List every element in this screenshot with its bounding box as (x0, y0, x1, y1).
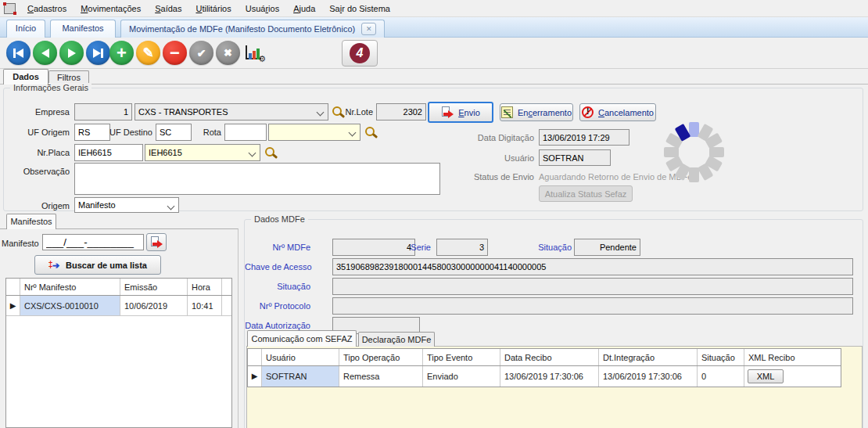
cell-hora[interactable]: 10:41 (188, 296, 222, 315)
last-record-button[interactable] (86, 41, 110, 65)
tab-close-icon[interactable]: ✕ (361, 23, 376, 35)
col-nr-manifesto[interactable]: Nrº Manifesto (20, 279, 120, 295)
chave-acesso-label: Chave de Acesso (245, 258, 310, 275)
nr-protocolo-label: Nrº Protocolo (245, 297, 310, 315)
status-envio-value: Aguardando Retorno de Envio de MDFe (539, 168, 758, 185)
page-separator (0, 84, 868, 85)
nr-placa-label: Nr.Placa (7, 144, 70, 161)
col-tipo-operacao[interactable]: Tipo Operação (339, 349, 423, 365)
check-icon: ✔ (197, 48, 206, 59)
nr-protocolo-field (332, 297, 853, 315)
manifesto-send-button[interactable] (146, 233, 167, 251)
envio-icon (441, 106, 454, 118)
col-situacao[interactable]: Situação (698, 349, 744, 365)
minus-icon: − (170, 45, 180, 62)
delete-button[interactable]: − (163, 41, 187, 65)
origem-label: Origem (7, 197, 70, 214)
sefaz-grid-header: Usuário Tipo Operação Tipo Evento Data R… (248, 349, 841, 366)
company-logo-button[interactable]: 4 (342, 40, 378, 67)
toolbar: + ✎ − ✔ ✖ ⚙ 4 (0, 38, 868, 69)
tab-manifestos[interactable]: Manifestos (50, 20, 116, 38)
col-emissao[interactable]: Emissão (120, 279, 188, 295)
cancel-button[interactable]: ✖ (216, 41, 240, 65)
manifestos-grid-header: Nrº Manifesto Emissão Hora (6, 279, 231, 296)
rota-combo[interactable] (268, 124, 360, 141)
buscar-lista-icon: ++➔ (48, 260, 61, 271)
rota-search-icon[interactable] (364, 126, 377, 138)
uf-destino-field[interactable]: SC (156, 124, 192, 141)
gear-icon: ⚙ (258, 54, 266, 64)
nr-lote-field: 2302 (376, 103, 426, 120)
menu-sair[interactable]: Sair do Sistema (322, 0, 397, 17)
tab-manifestos-page[interactable]: Manifestos (6, 214, 56, 229)
rota-label: Rota (196, 124, 221, 141)
window-tab-strip: Início Manifestos Movimentação de MDFe (… (0, 17, 868, 38)
cell-data-recibo[interactable]: 13/06/2019 17:30:06 (500, 366, 599, 387)
x-icon: ✖ (224, 48, 232, 58)
encerramento-button[interactable]: Encerramento (500, 103, 573, 121)
serie-field: 3 (436, 239, 488, 256)
envio-button[interactable]: Envio (428, 102, 493, 123)
tab-dados[interactable]: Dados (3, 69, 48, 85)
col-data-recibo[interactable]: Data Recibo (500, 349, 599, 365)
situacao-field (332, 278, 853, 295)
menu-saidas[interactable]: Saídas (148, 0, 188, 17)
first-record-button[interactable] (6, 41, 30, 65)
cell-dt-integracao[interactable]: 13/06/2019 17:30:06 (599, 366, 698, 387)
col-xml-recibo[interactable]: XML Recibo (744, 349, 841, 365)
empresa-combo[interactable]: CXS - TRANSPORTES (135, 103, 328, 120)
menu-ajuda[interactable]: Ajuda (286, 0, 322, 17)
cell-emissao[interactable]: 10/06/2019 (120, 296, 188, 315)
prior-record-button[interactable] (33, 41, 57, 65)
rota-code-field[interactable] (224, 124, 267, 141)
insert-button[interactable]: + (109, 41, 134, 65)
cell-usuario[interactable]: SOFTRAN (262, 366, 339, 387)
empresa-search-icon[interactable] (332, 106, 344, 118)
menu-cadastros[interactable]: Cadastros (20, 0, 74, 17)
col-hora[interactable]: Hora (188, 279, 222, 295)
menu-bar: Cadastros Movimentações Saídas Utilitári… (0, 0, 868, 17)
menu-movimentacoes[interactable]: Movimentações (74, 0, 148, 17)
cell-situacao[interactable]: 0 (698, 366, 744, 387)
last-arrow-icon (93, 49, 101, 58)
col-tipo-evento[interactable]: Tipo Evento (423, 349, 500, 365)
menu-utilitarios[interactable]: Utilitários (188, 0, 238, 17)
cancelamento-button[interactable]: Cancelamento (579, 103, 656, 121)
nr-placa-combo[interactable]: IEH6615 (145, 144, 260, 161)
nr-placa-search-icon[interactable] (264, 146, 277, 159)
informacoes-gerais-group: Informações Gerais Empresa 1 CXS - TRANS… (3, 88, 863, 211)
table-row[interactable]: ▶ CXS/CXS-0010010 10/06/2019 10:41 (6, 296, 231, 316)
tab-comunicacao-sefaz[interactable]: Comunicação com SEFAZ (247, 330, 357, 347)
observacao-label: Observação (7, 163, 70, 180)
table-row[interactable]: ▶ SOFTRAN Remessa Enviado 13/06/2019 17:… (248, 366, 841, 387)
uf-origem-field[interactable]: RS (74, 124, 110, 141)
manifesto-mask-input[interactable] (42, 234, 144, 250)
menu-usuarios[interactable]: Usuários (239, 0, 286, 17)
manifesto-label: Manifesto (2, 235, 41, 252)
next-record-button[interactable] (59, 41, 84, 65)
xml-button[interactable]: XML (748, 369, 784, 383)
observacao-field[interactable] (74, 163, 440, 195)
last-bar-icon (101, 49, 103, 58)
buscar-lista-button[interactable]: ++➔ Buscar de uma lista (34, 255, 161, 275)
serie-label: Serie (386, 239, 431, 256)
origem-combo[interactable]: Manifesto (74, 197, 179, 213)
report-chart-button[interactable]: ⚙ (244, 44, 266, 63)
col-dt-integracao[interactable]: Dt.Integração (599, 349, 698, 365)
col-usuario[interactable]: Usuário (262, 349, 339, 365)
row-indicator-icon: ▶ (6, 296, 20, 315)
tab-declaracao-mdfe[interactable]: Declaração MDFe (358, 332, 435, 347)
row-indicator-icon: ▶ (248, 366, 262, 387)
cell-tipo-evento[interactable]: Enviado (423, 366, 500, 387)
tab-movimentacao-mdfe[interactable]: Movimentação de MDFe (Manifesto Document… (120, 20, 385, 38)
confirm-button[interactable]: ✔ (189, 41, 213, 65)
cell-xml-recibo: XML (744, 366, 841, 387)
app-icon (4, 3, 16, 14)
cell-tipo-operacao[interactable]: Remessa (339, 366, 423, 387)
nr-placa-field[interactable]: IEH6615 (74, 144, 143, 161)
edit-button[interactable]: ✎ (136, 41, 160, 65)
cell-nr-manifesto[interactable]: CXS/CXS-0010010 (20, 296, 120, 315)
uf-destino-label: UF Destino (107, 124, 152, 141)
atualiza-status-sefaz-button[interactable]: Atualiza Status Sefaz (539, 185, 633, 202)
tab-inicio[interactable]: Início (6, 20, 45, 38)
